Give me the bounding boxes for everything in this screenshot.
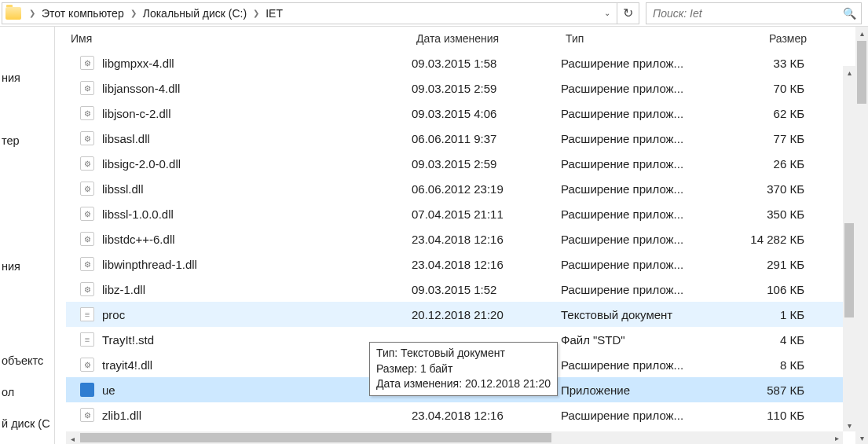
file-row[interactable]: libwinpthread-1.dll23.04.2018 12:16Расши… (66, 251, 855, 277)
file-row[interactable]: libgmpxx-4.dll09.03.2015 1:58Расширение … (66, 50, 855, 75)
file-type: Расширение прилож... (561, 57, 702, 70)
file-name: libsigc-2.0-0.dll (102, 157, 181, 171)
sidebar-item[interactable] (0, 321, 54, 338)
file-size: 77 КБ (702, 132, 812, 145)
sidebar-item[interactable] (0, 195, 54, 212)
file-size: 62 КБ (702, 107, 812, 120)
column-header-name[interactable]: Имя (66, 27, 412, 50)
breadcrumb-item[interactable]: Локальный диск (C:) (140, 7, 251, 20)
file-date: 23.04.2018 12:16 (412, 409, 561, 422)
scroll-left-icon[interactable]: ◂ (66, 433, 79, 445)
sidebar-item[interactable] (0, 38, 54, 55)
file-row[interactable]: libsasl.dll06.06.2011 9:37Расширение при… (66, 126, 855, 151)
application-icon (80, 383, 94, 397)
scroll-down-icon[interactable]: ▾ (843, 419, 855, 431)
sidebar-item[interactable]: тер (0, 132, 54, 149)
file-size: 587 КБ (702, 383, 812, 397)
dll-file-icon (80, 207, 94, 221)
file-row[interactable]: libjansson-4.dll09.03.2015 2:59Расширени… (66, 75, 855, 101)
address-dropdown-icon[interactable]: ⌄ (598, 9, 617, 17)
horizontal-scrollbar[interactable]: ◂ ▸ (66, 431, 843, 444)
dll-file-icon (80, 156, 94, 171)
nav-sidebar: ния тер ния объектс ол й диск (С (0, 27, 55, 444)
file-name: ue (102, 383, 115, 397)
file-size: 4 КБ (702, 333, 812, 347)
breadcrumb-item[interactable]: IET (262, 7, 286, 20)
file-type: Расширение прилож... (561, 409, 702, 422)
breadcrumb-bar[interactable]: ❯ Этот компьютер ❯ Локальный диск (C:) ❯… (2, 2, 617, 24)
file-row[interactable]: proc20.12.2018 21:20Текстовый документ1 … (66, 302, 855, 327)
refresh-icon: ↻ (623, 6, 633, 20)
column-header-type[interactable]: Тип (561, 27, 702, 50)
file-row[interactable]: libjson-c-2.dll09.03.2015 4:06Расширение… (66, 101, 855, 126)
chevron-right-icon: ❯ (250, 9, 262, 17)
file-type: Расширение прилож... (561, 207, 702, 221)
file-size: 350 КБ (702, 207, 812, 221)
dll-file-icon (80, 131, 94, 145)
tooltip-size: Размер: 1 байт (376, 361, 551, 377)
sidebar-item[interactable] (0, 289, 54, 306)
sidebar-item[interactable] (0, 101, 54, 118)
file-row[interactable]: libstdc++-6.dll23.04.2018 12:16Расширени… (66, 226, 855, 251)
sidebar-item[interactable]: ния (0, 69, 54, 86)
file-name: trayit4!.dll (102, 358, 152, 372)
dll-file-icon (80, 56, 94, 70)
sidebar-item[interactable]: ния (0, 258, 54, 275)
file-name: libjson-c-2.dll (102, 107, 171, 120)
file-type: Расширение прилож... (561, 157, 702, 171)
scroll-up-icon[interactable]: ▴ (855, 27, 868, 39)
window-vertical-scrollbar[interactable]: ▴ ▾ (855, 27, 868, 444)
dll-file-icon (80, 358, 94, 372)
list-vertical-scrollbar[interactable]: ▴ ▾ (843, 66, 855, 431)
file-name: libsasl.dll (102, 132, 150, 145)
file-date: 09.03.2015 2:59 (412, 157, 561, 171)
file-row[interactable]: zlib1.dll23.04.2018 12:16Расширение прил… (66, 402, 855, 427)
breadcrumb-item[interactable]: Этот компьютер (38, 7, 127, 20)
sidebar-item[interactable]: й диск (С (0, 415, 54, 432)
file-size: 1 КБ (702, 308, 812, 321)
folder-icon (5, 7, 21, 20)
dll-file-icon (80, 408, 94, 422)
sidebar-item[interactable] (0, 163, 54, 181)
scroll-down-icon[interactable]: ▾ (855, 431, 868, 444)
sidebar-item[interactable]: ол (0, 383, 54, 401)
dll-file-icon (80, 282, 94, 296)
dll-file-icon (80, 182, 94, 196)
text-file-icon (80, 307, 94, 321)
sidebar-item[interactable]: объектс (0, 352, 54, 369)
file-row[interactable]: libssl.dll06.06.2012 23:19Расширение при… (66, 176, 855, 201)
search-box[interactable]: 🔍 (646, 2, 862, 24)
file-type: Расширение прилож... (561, 283, 702, 296)
file-date: 07.04.2015 21:11 (412, 207, 561, 221)
file-size: 33 КБ (702, 57, 812, 70)
dll-file-icon (80, 257, 94, 271)
file-type: Расширение прилож... (561, 233, 702, 246)
file-size: 110 КБ (702, 409, 812, 422)
chevron-right-icon: ❯ (127, 9, 140, 17)
sidebar-item[interactable] (0, 226, 54, 244)
column-header-row: Имя Дата изменения Тип Размер (66, 27, 855, 50)
file-name: libssl.dll (102, 182, 144, 196)
tooltip-type: Тип: Текстовый документ (376, 346, 551, 361)
column-header-date[interactable]: Дата изменения (412, 27, 561, 50)
scroll-thumb[interactable] (857, 41, 866, 104)
file-type: Расширение прилож... (561, 258, 702, 271)
file-date: 23.04.2018 12:16 (412, 258, 561, 271)
file-row[interactable]: libsigc-2.0-0.dll09.03.2015 2:59Расширен… (66, 151, 855, 176)
dll-file-icon (80, 232, 94, 246)
file-row[interactable]: libz-1.dll09.03.2015 1:52Расширение прил… (66, 277, 855, 302)
scroll-up-icon[interactable]: ▴ (843, 66, 855, 79)
search-icon: 🔍 (843, 7, 856, 20)
file-size: 370 КБ (702, 182, 812, 196)
search-input[interactable] (646, 3, 861, 24)
file-size: 8 КБ (702, 358, 812, 372)
file-type: Приложение (561, 383, 702, 397)
column-header-size[interactable]: Размер (702, 27, 812, 50)
scroll-thumb[interactable] (844, 223, 854, 317)
chevron-right-icon: ❯ (26, 9, 38, 17)
file-date: 06.06.2011 9:37 (412, 132, 561, 145)
file-row[interactable]: libssl-1.0.0.dll07.04.2015 21:11Расширен… (66, 201, 855, 226)
refresh-button[interactable]: ↻ (617, 2, 639, 24)
scroll-thumb[interactable] (80, 433, 551, 442)
scroll-right-icon[interactable]: ▸ (830, 431, 843, 444)
